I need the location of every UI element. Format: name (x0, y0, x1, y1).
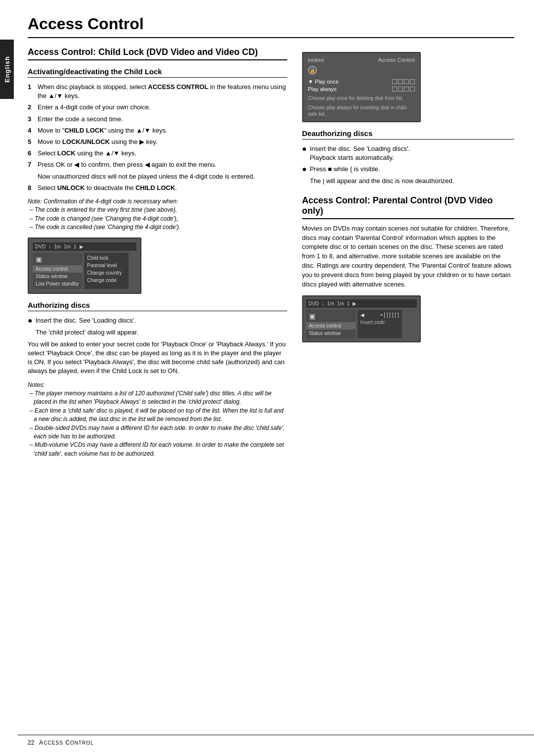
language-tab: English (0, 40, 14, 99)
parental-menu-item-status: Status window (306, 330, 356, 337)
auth-bullet-1: ● Insert the disc. See 'Loading discs'. (28, 316, 287, 325)
parental-menu-icon: ▣ (309, 312, 315, 320)
deauth-result-text: The | will appear and the disc is now de… (302, 177, 514, 186)
notes-item-1: – The player memory maintains a list of … (28, 389, 287, 407)
deauth-bullet-icon-2: ● (302, 165, 307, 174)
authorizing-list: ● Insert the disc. See 'Loading discs'. (28, 316, 287, 325)
arrow-icon: ↓ (48, 244, 51, 249)
parental-screen-toolbar: DVD ↓ 1m 1m 1 ▶ (306, 299, 417, 308)
left-column: Access Control: Child Lock (DVD Video an… (28, 47, 287, 461)
ls-play-always-label: Play always (308, 86, 337, 92)
menu-icon: ▣ (36, 255, 42, 263)
menu-item-access: Access control (33, 265, 82, 273)
deauth-bullet-icon-1: ● (302, 145, 307, 162)
step-7b: Now unauthorized discs will not be playe… (28, 172, 287, 181)
note-item-2: – The code is changed (see 'Changing the… (28, 215, 287, 223)
lock-icon: 🔒 (308, 66, 317, 75)
parental-col3: 1 (347, 301, 350, 306)
steps-list: 1 When disc playback is stopped, select … (28, 83, 287, 192)
screen-left-menu: ▣ Access control Status window Low Power… (33, 253, 82, 289)
screen-toolbar: DVD ↓ 1m 1m 1 ▶ (33, 242, 136, 251)
parental-heading: Access Control: Parental Control (DVD Vi… (302, 195, 514, 219)
auth-bullet-1-text: Insert the disc. See 'Loading discs'. (36, 316, 136, 325)
step-2: 2 Enter a 4-digit code of your own choic… (28, 103, 287, 112)
two-column-layout: Access Control: Child Lock (DVD Video an… (28, 47, 514, 461)
ls-note2: Choose play always for inserting disk in… (308, 104, 415, 117)
ls-lock-icon-row: 🔒 (308, 66, 415, 75)
ls-note1: Choose play once for deleting disk from … (308, 95, 415, 101)
deauth-bullet-1-text: Insert the disc. See 'Loading discs'.Pla… (310, 144, 410, 162)
locked-screen-mockup: locked Access Control 🔒 ▼ Play once (302, 52, 421, 122)
deauthorizing-list: ● Insert the disc. See 'Loading discs'.P… (302, 144, 514, 174)
ls-play-once-label: ▼ Play once (308, 79, 339, 85)
submenu-item-country: Change country (84, 269, 129, 277)
step-5: 5 Move to LOCK/UNLOCK using the ▶ key. (28, 138, 287, 146)
notes-block: Notes: – The player memory maintains a l… (28, 381, 287, 459)
dvd-label: DVD (35, 244, 45, 249)
notes-item-3: – Double-sided DVDs may have a different… (28, 424, 287, 441)
step-6: 6 Select LOCK using the ▲/▼ keys. (28, 149, 287, 158)
parental-screen-mockup: DVD ↓ 1m 1m 1 ▶ ▣ Access control (302, 295, 421, 342)
parental-col2: 1m (337, 301, 344, 306)
footer-section-title: ACCESS CONTROL (39, 739, 93, 746)
parental-arrow-indicator: ◀ (360, 312, 364, 318)
step-1: 1 When disc playback is stopped, select … (28, 83, 287, 100)
note-item-1: – The code is entered for the very first… (28, 206, 287, 214)
step-4: 4 Move to "CHILD LOCK" using the ▲/▼ key… (28, 126, 287, 135)
screen-mockup-left: DVD ↓ 1m 1m 1 ▶ ▣ Access control (28, 237, 141, 294)
authorizing-dialog-text: The 'child protect' dialog will appear. (28, 328, 287, 337)
authorizing-subheading: Authorizing discs (28, 301, 287, 311)
note-block: Note: Confirmation of the 4-digit code i… (28, 197, 287, 232)
col1: 1m (54, 244, 61, 249)
ls-locked-label: locked (308, 57, 324, 63)
child-lock-heading: Access Control: Child Lock (DVD Video an… (28, 47, 287, 60)
note-intro: Note: Confirmation of the 4-digit code i… (28, 198, 178, 205)
notes-item-4: – Multi-volume VCDs may have a different… (28, 441, 287, 458)
step-7: 7 Press OK or ◀ to confirm, then press ◀… (28, 160, 287, 169)
ls-play-once-boxes (392, 79, 415, 84)
screen-menu-area: ▣ Access control Status window Low Power… (33, 253, 136, 289)
ls-play-always-row: Play always (308, 86, 415, 92)
page-container: English Access Control Access Control: C… (0, 0, 534, 756)
parental-col1: 1m (327, 301, 334, 306)
page-footer: 22 ACCESS CONTROL (18, 735, 534, 746)
page-title: Access Control (28, 15, 514, 38)
main-content: Access Control Access Control: Child Loc… (18, 0, 534, 481)
parental-arrow2-icon: ▶ (353, 301, 356, 306)
ls-play-once-row: ▼ Play once (308, 79, 415, 85)
parental-right-area: ◀ • [ ] [ ] [ ] Insert code (357, 310, 402, 338)
parental-left-menu: ▣ Access control Status window (306, 310, 356, 338)
parental-arrow-icon: ↓ (322, 301, 324, 306)
submenu-item-childlock: Child lock (84, 254, 129, 262)
parental-para: Movies on DVDs may contain scenes not su… (302, 224, 514, 289)
ls-play-always-boxes (392, 87, 415, 92)
notes-label: Notes: (28, 381, 45, 388)
deauthorizing-subheading: Deauthorizing discs (302, 129, 514, 140)
deauth-bullet-2-text: Press ■ while { is visible. (310, 165, 380, 174)
col2: 1m (64, 244, 71, 249)
bullet-icon-1: ● (28, 317, 33, 325)
parental-dvd-label: DVD (309, 301, 319, 306)
ls-access-control-label: Access Control (378, 57, 415, 63)
parental-dots-row: ◀ • [ ] [ ] [ ] (357, 311, 402, 319)
arrow2-icon: ▶ (80, 244, 84, 249)
parental-screen-body: ▣ Access control Status window ◀ • [ ] [… (306, 310, 417, 338)
right-column: locked Access Control 🔒 ▼ Play once (302, 47, 514, 461)
notes-item-2: – Each time a 'child safe' disc is playe… (28, 407, 287, 424)
parental-menu-item-access: Access control (306, 322, 356, 330)
step-3: 3 Enter the code a second time. (28, 115, 287, 124)
step-8: 8 Select UNLOCK to deactivate the CHILD … (28, 184, 287, 192)
language-label: English (3, 56, 11, 83)
deauth-bullet-1: ● Insert the disc. See 'Loading discs'.P… (302, 144, 514, 162)
authorizing-detail-text: You will be asked to enter your secret c… (28, 340, 287, 376)
menu-item-status: Status window (33, 273, 82, 280)
note-item-3: – The code is cancelled (see 'Changing t… (28, 223, 287, 232)
parental-insert-code: Insert code (357, 319, 402, 326)
col3: 1 (74, 244, 77, 249)
parental-input-boxes: • [ ] [ ] [ ] (381, 312, 399, 318)
activating-subheading: Activating/deactivating the Child Lock (28, 67, 287, 78)
deauth-bullet-2: ● Press ■ while { is visible. (302, 165, 514, 174)
submenu-item-parental: Parental level (84, 262, 129, 269)
screen-right-submenu: Child lock Parental level Change country… (84, 253, 129, 289)
ls-header: locked Access Control (308, 57, 415, 63)
